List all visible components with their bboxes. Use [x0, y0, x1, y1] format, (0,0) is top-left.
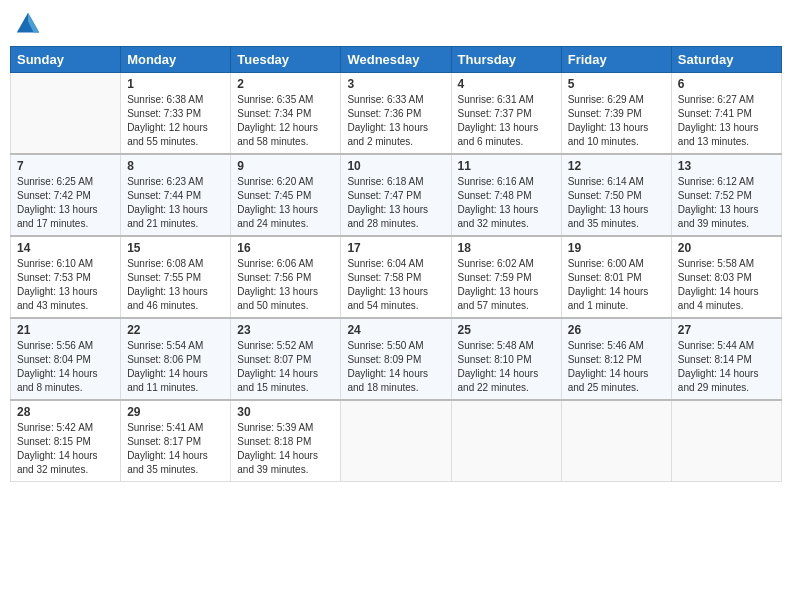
day-info: Sunrise: 6:10 AM Sunset: 7:53 PM Dayligh… [17, 257, 114, 313]
table-row [671, 400, 781, 482]
day-number: 21 [17, 323, 114, 337]
table-row: 1Sunrise: 6:38 AM Sunset: 7:33 PM Daylig… [121, 73, 231, 155]
day-info: Sunrise: 6:33 AM Sunset: 7:36 PM Dayligh… [347, 93, 444, 149]
table-row [11, 73, 121, 155]
day-number: 17 [347, 241, 444, 255]
day-number: 11 [458, 159, 555, 173]
day-info: Sunrise: 6:08 AM Sunset: 7:55 PM Dayligh… [127, 257, 224, 313]
day-info: Sunrise: 6:25 AM Sunset: 7:42 PM Dayligh… [17, 175, 114, 231]
table-row: 17Sunrise: 6:04 AM Sunset: 7:58 PM Dayli… [341, 236, 451, 318]
day-number: 25 [458, 323, 555, 337]
day-number: 10 [347, 159, 444, 173]
calendar-week-2: 7Sunrise: 6:25 AM Sunset: 7:42 PM Daylig… [11, 154, 782, 236]
table-row: 29Sunrise: 5:41 AM Sunset: 8:17 PM Dayli… [121, 400, 231, 482]
day-number: 6 [678, 77, 775, 91]
day-info: Sunrise: 6:12 AM Sunset: 7:52 PM Dayligh… [678, 175, 775, 231]
day-number: 28 [17, 405, 114, 419]
table-row: 16Sunrise: 6:06 AM Sunset: 7:56 PM Dayli… [231, 236, 341, 318]
table-row [451, 400, 561, 482]
table-row: 21Sunrise: 5:56 AM Sunset: 8:04 PM Dayli… [11, 318, 121, 400]
day-number: 18 [458, 241, 555, 255]
day-number: 24 [347, 323, 444, 337]
table-row: 10Sunrise: 6:18 AM Sunset: 7:47 PM Dayli… [341, 154, 451, 236]
weekday-header-wednesday: Wednesday [341, 47, 451, 73]
day-info: Sunrise: 5:54 AM Sunset: 8:06 PM Dayligh… [127, 339, 224, 395]
day-number: 13 [678, 159, 775, 173]
day-info: Sunrise: 6:29 AM Sunset: 7:39 PM Dayligh… [568, 93, 665, 149]
weekday-header-saturday: Saturday [671, 47, 781, 73]
calendar-week-4: 21Sunrise: 5:56 AM Sunset: 8:04 PM Dayli… [11, 318, 782, 400]
table-row: 7Sunrise: 6:25 AM Sunset: 7:42 PM Daylig… [11, 154, 121, 236]
day-number: 8 [127, 159, 224, 173]
page-header [10, 10, 782, 38]
day-info: Sunrise: 6:06 AM Sunset: 7:56 PM Dayligh… [237, 257, 334, 313]
day-number: 26 [568, 323, 665, 337]
day-info: Sunrise: 5:50 AM Sunset: 8:09 PM Dayligh… [347, 339, 444, 395]
day-number: 9 [237, 159, 334, 173]
weekday-header-thursday: Thursday [451, 47, 561, 73]
table-row: 11Sunrise: 6:16 AM Sunset: 7:48 PM Dayli… [451, 154, 561, 236]
weekday-header-monday: Monday [121, 47, 231, 73]
table-row: 19Sunrise: 6:00 AM Sunset: 8:01 PM Dayli… [561, 236, 671, 318]
day-number: 16 [237, 241, 334, 255]
weekday-header-friday: Friday [561, 47, 671, 73]
day-number: 7 [17, 159, 114, 173]
table-row: 2Sunrise: 6:35 AM Sunset: 7:34 PM Daylig… [231, 73, 341, 155]
day-info: Sunrise: 6:35 AM Sunset: 7:34 PM Dayligh… [237, 93, 334, 149]
day-number: 29 [127, 405, 224, 419]
logo [14, 10, 46, 38]
table-row [561, 400, 671, 482]
table-row: 14Sunrise: 6:10 AM Sunset: 7:53 PM Dayli… [11, 236, 121, 318]
table-row: 3Sunrise: 6:33 AM Sunset: 7:36 PM Daylig… [341, 73, 451, 155]
day-number: 22 [127, 323, 224, 337]
day-info: Sunrise: 5:42 AM Sunset: 8:15 PM Dayligh… [17, 421, 114, 477]
day-info: Sunrise: 5:56 AM Sunset: 8:04 PM Dayligh… [17, 339, 114, 395]
day-number: 1 [127, 77, 224, 91]
table-row: 13Sunrise: 6:12 AM Sunset: 7:52 PM Dayli… [671, 154, 781, 236]
table-row: 5Sunrise: 6:29 AM Sunset: 7:39 PM Daylig… [561, 73, 671, 155]
day-number: 5 [568, 77, 665, 91]
table-row: 4Sunrise: 6:31 AM Sunset: 7:37 PM Daylig… [451, 73, 561, 155]
day-info: Sunrise: 5:52 AM Sunset: 8:07 PM Dayligh… [237, 339, 334, 395]
day-number: 19 [568, 241, 665, 255]
table-row: 6Sunrise: 6:27 AM Sunset: 7:41 PM Daylig… [671, 73, 781, 155]
day-number: 23 [237, 323, 334, 337]
day-info: Sunrise: 6:16 AM Sunset: 7:48 PM Dayligh… [458, 175, 555, 231]
table-row: 24Sunrise: 5:50 AM Sunset: 8:09 PM Dayli… [341, 318, 451, 400]
day-info: Sunrise: 6:14 AM Sunset: 7:50 PM Dayligh… [568, 175, 665, 231]
table-row: 22Sunrise: 5:54 AM Sunset: 8:06 PM Dayli… [121, 318, 231, 400]
day-info: Sunrise: 5:39 AM Sunset: 8:18 PM Dayligh… [237, 421, 334, 477]
table-row: 27Sunrise: 5:44 AM Sunset: 8:14 PM Dayli… [671, 318, 781, 400]
logo-icon [14, 10, 42, 38]
calendar-table: SundayMondayTuesdayWednesdayThursdayFrid… [10, 46, 782, 482]
day-info: Sunrise: 6:02 AM Sunset: 7:59 PM Dayligh… [458, 257, 555, 313]
table-row: 26Sunrise: 5:46 AM Sunset: 8:12 PM Dayli… [561, 318, 671, 400]
calendar-week-1: 1Sunrise: 6:38 AM Sunset: 7:33 PM Daylig… [11, 73, 782, 155]
day-info: Sunrise: 5:46 AM Sunset: 8:12 PM Dayligh… [568, 339, 665, 395]
day-info: Sunrise: 6:04 AM Sunset: 7:58 PM Dayligh… [347, 257, 444, 313]
day-number: 3 [347, 77, 444, 91]
table-row [341, 400, 451, 482]
day-info: Sunrise: 6:23 AM Sunset: 7:44 PM Dayligh… [127, 175, 224, 231]
day-info: Sunrise: 6:20 AM Sunset: 7:45 PM Dayligh… [237, 175, 334, 231]
table-row: 20Sunrise: 5:58 AM Sunset: 8:03 PM Dayli… [671, 236, 781, 318]
day-number: 15 [127, 241, 224, 255]
calendar-week-3: 14Sunrise: 6:10 AM Sunset: 7:53 PM Dayli… [11, 236, 782, 318]
day-info: Sunrise: 6:38 AM Sunset: 7:33 PM Dayligh… [127, 93, 224, 149]
day-number: 12 [568, 159, 665, 173]
day-number: 2 [237, 77, 334, 91]
day-info: Sunrise: 5:44 AM Sunset: 8:14 PM Dayligh… [678, 339, 775, 395]
weekday-header-sunday: Sunday [11, 47, 121, 73]
table-row: 25Sunrise: 5:48 AM Sunset: 8:10 PM Dayli… [451, 318, 561, 400]
day-info: Sunrise: 6:18 AM Sunset: 7:47 PM Dayligh… [347, 175, 444, 231]
day-info: Sunrise: 6:00 AM Sunset: 8:01 PM Dayligh… [568, 257, 665, 313]
table-row: 28Sunrise: 5:42 AM Sunset: 8:15 PM Dayli… [11, 400, 121, 482]
table-row: 18Sunrise: 6:02 AM Sunset: 7:59 PM Dayli… [451, 236, 561, 318]
day-info: Sunrise: 5:58 AM Sunset: 8:03 PM Dayligh… [678, 257, 775, 313]
day-number: 14 [17, 241, 114, 255]
day-number: 30 [237, 405, 334, 419]
day-info: Sunrise: 6:31 AM Sunset: 7:37 PM Dayligh… [458, 93, 555, 149]
day-info: Sunrise: 6:27 AM Sunset: 7:41 PM Dayligh… [678, 93, 775, 149]
table-row: 15Sunrise: 6:08 AM Sunset: 7:55 PM Dayli… [121, 236, 231, 318]
day-number: 4 [458, 77, 555, 91]
